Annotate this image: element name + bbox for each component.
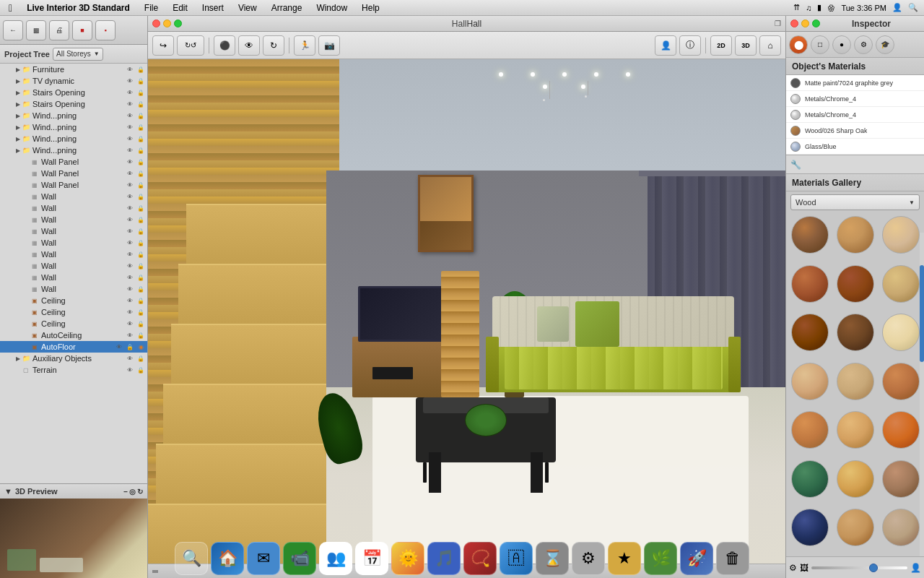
storeys-dropdown[interactable]: All Storeys ▼ bbox=[53, 48, 103, 61]
lock-icon[interactable]: 🔒 bbox=[136, 203, 146, 213]
visibility-icon[interactable]: 👁 bbox=[125, 238, 135, 248]
tree-item[interactable]: ▶📁Wind...pning👁🔒 bbox=[0, 121, 147, 133]
tree-item[interactable]: ▣AutoFloor👁🔒◉ bbox=[0, 341, 147, 353]
home-view-btn[interactable]: ⌂ bbox=[759, 35, 781, 56]
walk-tool-btn[interactable]: 🏃 bbox=[294, 35, 315, 56]
render-tab[interactable]: 🎓 bbox=[876, 35, 894, 54]
lock-icon[interactable]: 🔒 bbox=[136, 64, 146, 74]
visibility-icon[interactable]: 👁 bbox=[125, 284, 135, 294]
inspector-close-btn[interactable] bbox=[790, 20, 798, 27]
inspector-scrollbar-thumb[interactable] bbox=[920, 265, 924, 362]
inspector-scrollbar[interactable] bbox=[920, 233, 924, 556]
lock-icon[interactable]: 🔒 bbox=[136, 261, 146, 271]
dock-safari2[interactable]: 🌿 bbox=[644, 542, 677, 575]
zoom-out-icon[interactable]: − bbox=[123, 488, 128, 496]
lock-icon[interactable]: 🔒 bbox=[125, 342, 135, 352]
gallery-swatch-item[interactable] bbox=[791, 216, 829, 254]
apple-menu[interactable]:  bbox=[6, 2, 15, 14]
tree-item[interactable]: ▦Wall👁🔒 bbox=[0, 283, 147, 295]
dock-finder[interactable]: 🔍 bbox=[175, 542, 208, 575]
eye-tool-btn[interactable]: 👁 bbox=[238, 35, 260, 56]
lock-icon[interactable]: 🔒 bbox=[136, 365, 146, 375]
visibility-icon[interactable]: 👁 bbox=[125, 157, 135, 167]
gallery-swatch-item[interactable] bbox=[837, 216, 874, 254]
gallery-swatch-item[interactable] bbox=[837, 265, 874, 303]
lock-icon[interactable]: 🔒 bbox=[136, 99, 146, 109]
gallery-swatch-item[interactable] bbox=[882, 216, 920, 254]
zoom-in-icon[interactable]: ↻ bbox=[137, 488, 143, 496]
tree-item[interactable]: ▦Wall👁🔒 bbox=[0, 191, 147, 202]
lock-icon[interactable]: 🔒 bbox=[136, 122, 146, 132]
print-btn[interactable]: 🖨 bbox=[49, 20, 69, 40]
gallery-swatch-item[interactable] bbox=[882, 411, 920, 449]
scene-tab[interactable]: ⚙ bbox=[854, 35, 873, 54]
dock-facetime[interactable]: 📹 bbox=[283, 542, 316, 575]
close-button[interactable] bbox=[152, 20, 160, 27]
rotate-tool-btn[interactable]: ↻↺ bbox=[177, 35, 204, 56]
visibility-icon[interactable]: 👁 bbox=[125, 87, 135, 98]
wrench-icon[interactable]: 🔧 bbox=[790, 160, 801, 170]
tree-item[interactable]: ▶📁TV dynamic👁🔒 bbox=[0, 75, 147, 87]
inspector-minimize-btn[interactable] bbox=[801, 20, 809, 27]
tree-item[interactable]: ▣AutoCeiling👁🔒 bbox=[0, 329, 147, 341]
2d-view-btn[interactable]: 2D bbox=[710, 35, 732, 56]
gallery-dropdown[interactable]: Wood ▼ bbox=[790, 194, 920, 210]
menu-help[interactable]: Help bbox=[359, 3, 383, 13]
gallery-swatch-item[interactable] bbox=[882, 265, 920, 303]
lock-icon[interactable]: 🔒 bbox=[136, 284, 146, 294]
lock-icon[interactable]: 🔒 bbox=[136, 76, 146, 86]
maximize-button[interactable] bbox=[174, 20, 182, 27]
gallery-swatch-item[interactable] bbox=[837, 363, 874, 400]
dock-itunes[interactable]: 🎵 bbox=[427, 542, 461, 575]
tree-item[interactable]: ▣Ceiling👁🔒 bbox=[0, 306, 147, 318]
lock-icon[interactable]: 🔒 bbox=[136, 226, 146, 236]
gallery-swatch-item[interactable] bbox=[791, 460, 829, 498]
visibility-icon[interactable]: 👁 bbox=[125, 99, 135, 109]
person-btn[interactable]: 👤 bbox=[655, 35, 676, 56]
preview-arrow[interactable]: ▼ bbox=[4, 487, 12, 496]
tree-item[interactable]: ▶📁Wind...pning👁🔒 bbox=[0, 110, 147, 121]
visibility-icon[interactable]: 👁 bbox=[125, 319, 135, 329]
lock-icon[interactable]: 🔒 bbox=[136, 157, 146, 167]
gallery-swatch-item[interactable] bbox=[882, 363, 920, 400]
dock-placeholder[interactable]: ★ bbox=[608, 542, 641, 575]
menu-insert[interactable]: Insert bbox=[199, 3, 227, 13]
tree-item[interactable]: ▦Wall👁🔒 bbox=[0, 260, 147, 272]
lock-icon[interactable]: 🔒 bbox=[136, 111, 146, 121]
floor-plan-btn[interactable]: ▩ bbox=[26, 20, 46, 40]
dock-safari[interactable]: 🏠 bbox=[211, 542, 244, 575]
info-btn[interactable]: ⓘ bbox=[679, 35, 701, 56]
tree-item[interactable]: ▣Ceiling👁🔒 bbox=[0, 295, 147, 306]
color-icon[interactable]: ◉ bbox=[136, 342, 146, 352]
tree-item[interactable]: ▦Wall Panel👁🔒 bbox=[0, 168, 147, 179]
menu-view[interactable]: View bbox=[235, 3, 260, 13]
visibility-icon[interactable]: 👁 bbox=[125, 203, 135, 213]
dock-calendar[interactable]: 📅 bbox=[355, 542, 388, 575]
visibility-icon[interactable]: 👁 bbox=[125, 330, 135, 340]
back-btn[interactable]: ← bbox=[3, 20, 23, 40]
tree-item[interactable]: ▦Wall Panel👁🔒 bbox=[0, 179, 147, 191]
tree-item[interactable]: ▦Wall👁🔒 bbox=[0, 272, 147, 283]
gallery-swatch-item[interactable] bbox=[791, 411, 829, 449]
visibility-icon[interactable]: 👁 bbox=[125, 168, 135, 178]
zoom-window-btn[interactable]: ❐ bbox=[775, 20, 781, 27]
gallery-swatch-item[interactable] bbox=[837, 460, 874, 498]
lock-icon[interactable]: 🔒 bbox=[136, 238, 146, 248]
material-item[interactable]: Matte paint/7024 graphite grey bbox=[786, 75, 924, 91]
tree-item[interactable]: ▦Wall👁🔒 bbox=[0, 202, 147, 214]
visibility-icon[interactable]: 👁 bbox=[125, 261, 135, 271]
tree-item[interactable]: ▶📁Wind...pning👁🔒 bbox=[0, 133, 147, 144]
gallery-swatch-item[interactable] bbox=[882, 314, 920, 351]
3d-view-btn[interactable]: 3D bbox=[735, 35, 757, 56]
visibility-icon[interactable]: 👁 bbox=[125, 296, 135, 306]
gallery-swatch-item[interactable] bbox=[837, 411, 874, 449]
tree-item[interactable]: ▦Wall Panel👁🔒 bbox=[0, 156, 147, 168]
lock-icon[interactable]: 🔒 bbox=[136, 307, 146, 317]
tree-item[interactable]: ▶📁Wind...pning👁🔒 bbox=[0, 144, 147, 156]
menu-file[interactable]: File bbox=[141, 3, 161, 13]
visibility-icon[interactable]: 👁 bbox=[125, 111, 135, 121]
material-item[interactable]: Metals/Chrome_4 bbox=[786, 91, 924, 107]
lock-icon[interactable]: 🔒 bbox=[136, 215, 146, 225]
gallery-swatch-item[interactable] bbox=[837, 314, 874, 351]
lock-icon[interactable]: 🔒 bbox=[136, 191, 146, 202]
